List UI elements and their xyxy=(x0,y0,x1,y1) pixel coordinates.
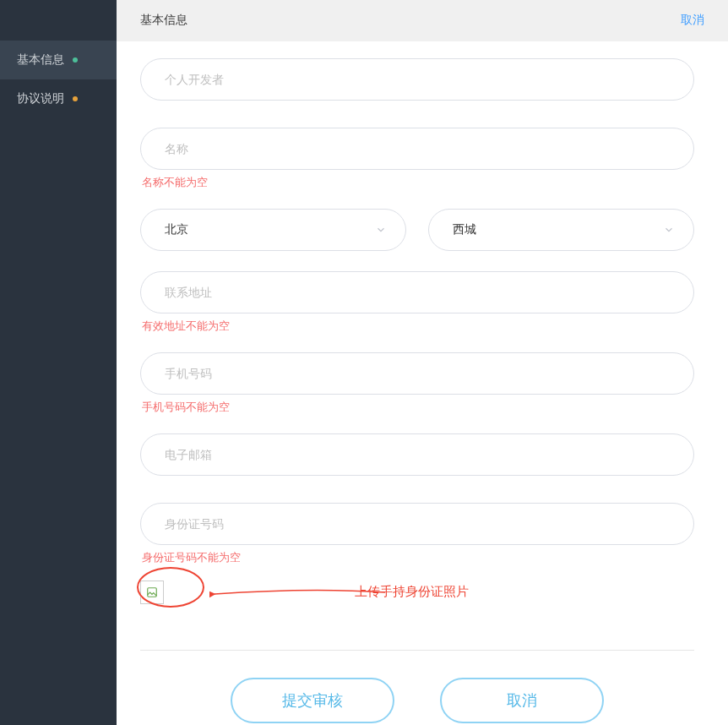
name-field[interactable] xyxy=(140,128,694,170)
sidebar-item-label: 协议说明 xyxy=(17,91,64,106)
submit-button[interactable]: 提交审核 xyxy=(231,678,394,723)
address-input[interactable] xyxy=(165,286,670,299)
page-title: 基本信息 xyxy=(140,13,187,28)
phone-error: 手机号码不能为空 xyxy=(142,400,704,415)
email-input[interactable] xyxy=(165,448,670,461)
city-select[interactable]: 西城 xyxy=(428,209,694,251)
status-dot-icon xyxy=(73,96,78,101)
upload-row: 上传手持身份证照片 xyxy=(140,572,694,613)
idcard-error: 身份证号码不能为空 xyxy=(142,550,704,565)
city-value: 西城 xyxy=(453,222,476,237)
address-field[interactable] xyxy=(140,271,694,313)
upload-annotation-label: 上传手持身份证照片 xyxy=(355,584,469,600)
name-error: 名称不能为空 xyxy=(142,175,704,190)
idcard-field[interactable] xyxy=(140,503,694,545)
button-row: 提交审核 取消 xyxy=(140,678,694,723)
header-cancel-link[interactable]: 取消 xyxy=(681,13,704,28)
phone-field[interactable] xyxy=(140,352,694,395)
chevron-down-icon xyxy=(663,224,675,236)
developer-type-field[interactable] xyxy=(140,58,694,101)
idcard-input[interactable] xyxy=(165,517,670,531)
name-input[interactable] xyxy=(165,142,670,155)
sidebar: 基本信息 协议说明 xyxy=(0,0,117,725)
status-dot-icon xyxy=(73,57,78,63)
main-content: 基本信息 取消 名称不能为空 北京 xyxy=(117,0,728,725)
cancel-button[interactable]: 取消 xyxy=(440,678,604,723)
chevron-down-icon xyxy=(375,224,387,236)
address-error: 有效地址不能为空 xyxy=(142,319,704,334)
sidebar-item-agreement[interactable]: 协议说明 xyxy=(0,79,117,118)
upload-photo-button[interactable] xyxy=(140,581,164,604)
sidebar-item-basic-info[interactable]: 基本信息 xyxy=(0,41,117,79)
province-value: 北京 xyxy=(165,222,188,237)
svg-rect-0 xyxy=(148,588,157,597)
broken-image-icon xyxy=(145,586,159,599)
phone-input[interactable] xyxy=(165,367,670,380)
divider xyxy=(140,650,694,651)
page-header: 基本信息 取消 xyxy=(117,0,728,41)
sidebar-item-label: 基本信息 xyxy=(17,52,64,68)
form-area: 名称不能为空 北京 西城 xyxy=(117,41,728,725)
province-select[interactable]: 北京 xyxy=(140,209,406,251)
email-field[interactable] xyxy=(140,433,694,476)
developer-type-input[interactable] xyxy=(165,73,670,86)
